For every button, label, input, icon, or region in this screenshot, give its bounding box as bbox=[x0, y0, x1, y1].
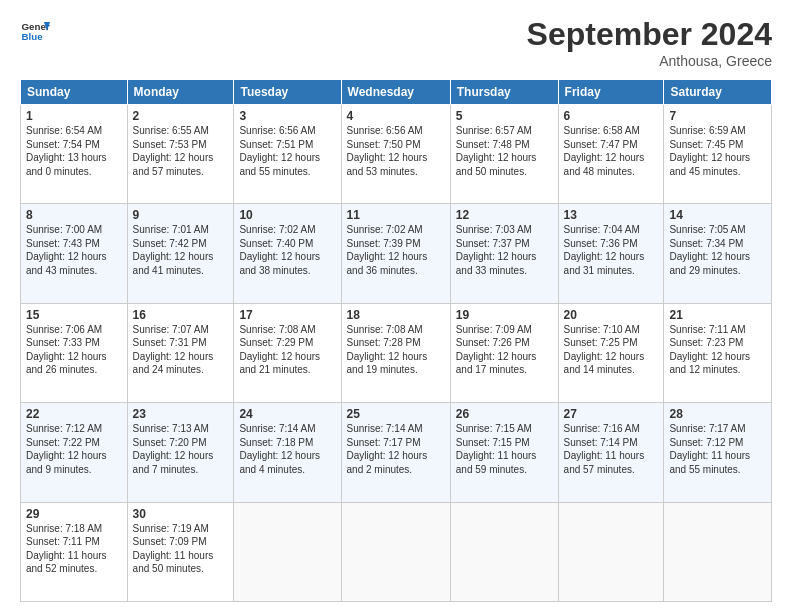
day-number: 30 bbox=[133, 507, 229, 521]
day-info: Sunrise: 7:00 AM Sunset: 7:43 PM Dayligh… bbox=[26, 223, 122, 277]
day-number: 4 bbox=[347, 109, 445, 123]
day-cell: 6Sunrise: 6:58 AM Sunset: 7:47 PM Daylig… bbox=[558, 105, 664, 204]
day-cell bbox=[450, 502, 558, 601]
day-info: Sunrise: 7:14 AM Sunset: 7:18 PM Dayligh… bbox=[239, 422, 335, 476]
day-info: Sunrise: 7:14 AM Sunset: 7:17 PM Dayligh… bbox=[347, 422, 445, 476]
day-cell: 16Sunrise: 7:07 AM Sunset: 7:31 PM Dayli… bbox=[127, 303, 234, 402]
day-cell: 13Sunrise: 7:04 AM Sunset: 7:36 PM Dayli… bbox=[558, 204, 664, 303]
day-number: 20 bbox=[564, 308, 659, 322]
svg-text:Blue: Blue bbox=[22, 31, 44, 42]
header: General Blue September 2024 Anthousa, Gr… bbox=[20, 16, 772, 69]
day-number: 1 bbox=[26, 109, 122, 123]
day-cell: 9Sunrise: 7:01 AM Sunset: 7:42 PM Daylig… bbox=[127, 204, 234, 303]
day-number: 27 bbox=[564, 407, 659, 421]
weekday-monday: Monday bbox=[127, 80, 234, 105]
day-cell: 11Sunrise: 7:02 AM Sunset: 7:39 PM Dayli… bbox=[341, 204, 450, 303]
week-row-2: 8Sunrise: 7:00 AM Sunset: 7:43 PM Daylig… bbox=[21, 204, 772, 303]
day-info: Sunrise: 7:04 AM Sunset: 7:36 PM Dayligh… bbox=[564, 223, 659, 277]
day-number: 19 bbox=[456, 308, 553, 322]
day-number: 15 bbox=[26, 308, 122, 322]
weekday-friday: Friday bbox=[558, 80, 664, 105]
week-row-4: 22Sunrise: 7:12 AM Sunset: 7:22 PM Dayli… bbox=[21, 403, 772, 502]
day-cell: 20Sunrise: 7:10 AM Sunset: 7:25 PM Dayli… bbox=[558, 303, 664, 402]
subtitle: Anthousa, Greece bbox=[527, 53, 772, 69]
day-cell: 14Sunrise: 7:05 AM Sunset: 7:34 PM Dayli… bbox=[664, 204, 772, 303]
day-cell: 24Sunrise: 7:14 AM Sunset: 7:18 PM Dayli… bbox=[234, 403, 341, 502]
day-cell: 17Sunrise: 7:08 AM Sunset: 7:29 PM Dayli… bbox=[234, 303, 341, 402]
day-info: Sunrise: 7:08 AM Sunset: 7:28 PM Dayligh… bbox=[347, 323, 445, 377]
day-number: 8 bbox=[26, 208, 122, 222]
day-cell: 7Sunrise: 6:59 AM Sunset: 7:45 PM Daylig… bbox=[664, 105, 772, 204]
day-cell bbox=[558, 502, 664, 601]
weekday-header-row: SundayMondayTuesdayWednesdayThursdayFrid… bbox=[21, 80, 772, 105]
day-cell: 10Sunrise: 7:02 AM Sunset: 7:40 PM Dayli… bbox=[234, 204, 341, 303]
day-cell: 21Sunrise: 7:11 AM Sunset: 7:23 PM Dayli… bbox=[664, 303, 772, 402]
day-cell: 18Sunrise: 7:08 AM Sunset: 7:28 PM Dayli… bbox=[341, 303, 450, 402]
day-cell: 29Sunrise: 7:18 AM Sunset: 7:11 PM Dayli… bbox=[21, 502, 128, 601]
day-info: Sunrise: 7:11 AM Sunset: 7:23 PM Dayligh… bbox=[669, 323, 766, 377]
day-number: 16 bbox=[133, 308, 229, 322]
weekday-saturday: Saturday bbox=[664, 80, 772, 105]
day-cell: 12Sunrise: 7:03 AM Sunset: 7:37 PM Dayli… bbox=[450, 204, 558, 303]
day-info: Sunrise: 6:57 AM Sunset: 7:48 PM Dayligh… bbox=[456, 124, 553, 178]
day-info: Sunrise: 7:17 AM Sunset: 7:12 PM Dayligh… bbox=[669, 422, 766, 476]
day-cell: 8Sunrise: 7:00 AM Sunset: 7:43 PM Daylig… bbox=[21, 204, 128, 303]
day-info: Sunrise: 7:12 AM Sunset: 7:22 PM Dayligh… bbox=[26, 422, 122, 476]
day-number: 22 bbox=[26, 407, 122, 421]
day-info: Sunrise: 7:10 AM Sunset: 7:25 PM Dayligh… bbox=[564, 323, 659, 377]
day-cell bbox=[664, 502, 772, 601]
day-info: Sunrise: 7:05 AM Sunset: 7:34 PM Dayligh… bbox=[669, 223, 766, 277]
day-info: Sunrise: 7:15 AM Sunset: 7:15 PM Dayligh… bbox=[456, 422, 553, 476]
weekday-thursday: Thursday bbox=[450, 80, 558, 105]
week-row-3: 15Sunrise: 7:06 AM Sunset: 7:33 PM Dayli… bbox=[21, 303, 772, 402]
logo: General Blue bbox=[20, 16, 50, 46]
day-number: 6 bbox=[564, 109, 659, 123]
day-number: 3 bbox=[239, 109, 335, 123]
day-info: Sunrise: 7:16 AM Sunset: 7:14 PM Dayligh… bbox=[564, 422, 659, 476]
day-info: Sunrise: 7:02 AM Sunset: 7:40 PM Dayligh… bbox=[239, 223, 335, 277]
weekday-sunday: Sunday bbox=[21, 80, 128, 105]
day-info: Sunrise: 6:54 AM Sunset: 7:54 PM Dayligh… bbox=[26, 124, 122, 178]
title-block: September 2024 Anthousa, Greece bbox=[527, 16, 772, 69]
day-cell: 22Sunrise: 7:12 AM Sunset: 7:22 PM Dayli… bbox=[21, 403, 128, 502]
day-number: 2 bbox=[133, 109, 229, 123]
day-info: Sunrise: 7:03 AM Sunset: 7:37 PM Dayligh… bbox=[456, 223, 553, 277]
day-number: 12 bbox=[456, 208, 553, 222]
month-title: September 2024 bbox=[527, 16, 772, 53]
day-number: 5 bbox=[456, 109, 553, 123]
day-cell: 5Sunrise: 6:57 AM Sunset: 7:48 PM Daylig… bbox=[450, 105, 558, 204]
day-cell: 30Sunrise: 7:19 AM Sunset: 7:09 PM Dayli… bbox=[127, 502, 234, 601]
day-info: Sunrise: 7:19 AM Sunset: 7:09 PM Dayligh… bbox=[133, 522, 229, 576]
day-cell: 1Sunrise: 6:54 AM Sunset: 7:54 PM Daylig… bbox=[21, 105, 128, 204]
day-info: Sunrise: 7:18 AM Sunset: 7:11 PM Dayligh… bbox=[26, 522, 122, 576]
day-info: Sunrise: 7:06 AM Sunset: 7:33 PM Dayligh… bbox=[26, 323, 122, 377]
week-row-1: 1Sunrise: 6:54 AM Sunset: 7:54 PM Daylig… bbox=[21, 105, 772, 204]
day-number: 28 bbox=[669, 407, 766, 421]
day-info: Sunrise: 7:01 AM Sunset: 7:42 PM Dayligh… bbox=[133, 223, 229, 277]
day-cell: 2Sunrise: 6:55 AM Sunset: 7:53 PM Daylig… bbox=[127, 105, 234, 204]
day-cell: 25Sunrise: 7:14 AM Sunset: 7:17 PM Dayli… bbox=[341, 403, 450, 502]
day-number: 21 bbox=[669, 308, 766, 322]
day-number: 26 bbox=[456, 407, 553, 421]
logo-icon: General Blue bbox=[20, 16, 50, 46]
day-info: Sunrise: 6:59 AM Sunset: 7:45 PM Dayligh… bbox=[669, 124, 766, 178]
day-number: 10 bbox=[239, 208, 335, 222]
day-number: 23 bbox=[133, 407, 229, 421]
day-info: Sunrise: 7:09 AM Sunset: 7:26 PM Dayligh… bbox=[456, 323, 553, 377]
day-number: 9 bbox=[133, 208, 229, 222]
day-info: Sunrise: 7:08 AM Sunset: 7:29 PM Dayligh… bbox=[239, 323, 335, 377]
day-info: Sunrise: 6:56 AM Sunset: 7:50 PM Dayligh… bbox=[347, 124, 445, 178]
day-info: Sunrise: 6:58 AM Sunset: 7:47 PM Dayligh… bbox=[564, 124, 659, 178]
calendar-table: SundayMondayTuesdayWednesdayThursdayFrid… bbox=[20, 79, 772, 602]
day-cell: 28Sunrise: 7:17 AM Sunset: 7:12 PM Dayli… bbox=[664, 403, 772, 502]
day-number: 29 bbox=[26, 507, 122, 521]
day-number: 24 bbox=[239, 407, 335, 421]
calendar-body: 1Sunrise: 6:54 AM Sunset: 7:54 PM Daylig… bbox=[21, 105, 772, 602]
day-info: Sunrise: 7:13 AM Sunset: 7:20 PM Dayligh… bbox=[133, 422, 229, 476]
day-cell: 23Sunrise: 7:13 AM Sunset: 7:20 PM Dayli… bbox=[127, 403, 234, 502]
day-info: Sunrise: 6:56 AM Sunset: 7:51 PM Dayligh… bbox=[239, 124, 335, 178]
day-info: Sunrise: 6:55 AM Sunset: 7:53 PM Dayligh… bbox=[133, 124, 229, 178]
day-cell bbox=[234, 502, 341, 601]
page: General Blue September 2024 Anthousa, Gr… bbox=[0, 0, 792, 612]
day-number: 14 bbox=[669, 208, 766, 222]
